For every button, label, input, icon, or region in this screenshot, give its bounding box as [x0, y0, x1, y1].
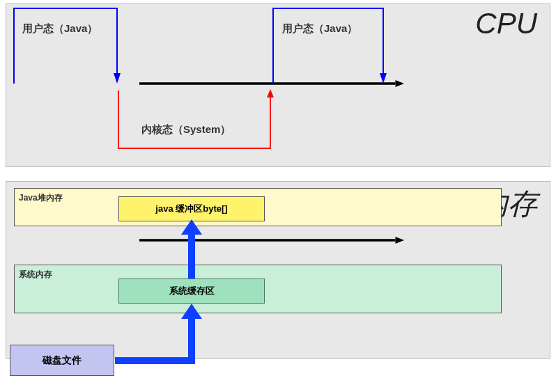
syscache-label: 系统缓存区 — [169, 285, 215, 297]
disk-label: 磁盘文件 — [43, 354, 82, 367]
sysmem-label: 系统内存 — [19, 269, 52, 281]
cpu-title: CPU — [475, 7, 537, 40]
user-mode-label-2: 用户态（Java） — [282, 22, 357, 36]
java-buffer-label: java 缓冲区byte[] — [155, 203, 227, 215]
kernel-mode-label: 内核态（System） — [141, 123, 231, 136]
user-mode-label-1: 用户态（Java） — [22, 22, 98, 36]
disk-box: 磁盘文件 — [10, 345, 114, 376]
heap-label: Java堆内存 — [19, 192, 63, 204]
syscache-box: 系统缓存区 — [118, 279, 265, 304]
java-buffer-box: java 缓冲区byte[] — [118, 196, 265, 221]
